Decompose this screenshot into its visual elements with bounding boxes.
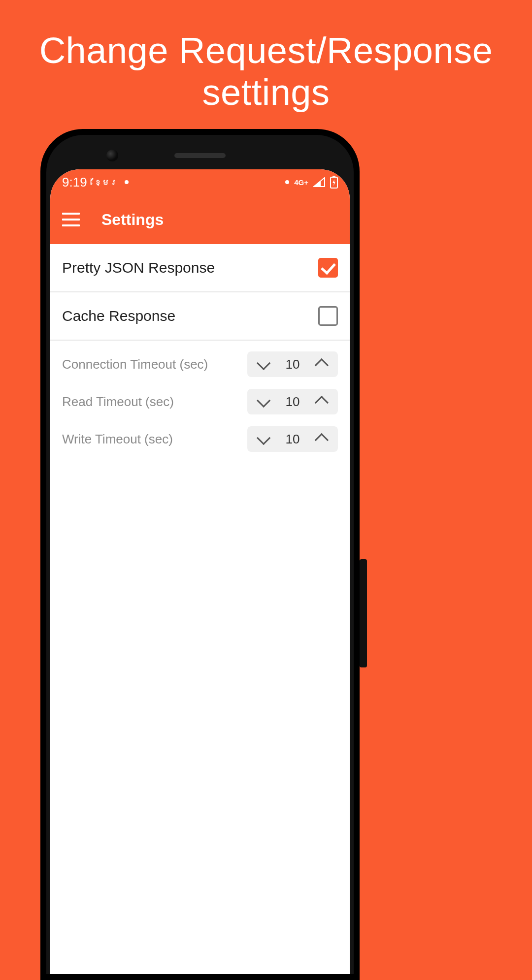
device-frame: 9:19 ខ្មែរ 4G+ [40,129,360,980]
connection-timeout-label: Connection Timeout (sec) [62,357,208,372]
status-dot-icon [285,180,289,184]
connection-timeout-value: 10 [278,357,307,372]
settings-content: Pretty JSON Response Cache Response Conn… [50,244,350,974]
page-title: Settings [101,211,164,229]
battery-icon [330,176,338,189]
timeout-section: Connection Timeout (sec) 10 Read Timeout… [50,341,350,458]
chevron-up-icon [315,396,329,410]
device-inner: 9:19 ខ្មែរ 4G+ [46,135,354,974]
status-clock: 9:19 [62,175,87,190]
promo-headline-line2: settings [202,72,330,113]
app-bar: Settings [50,195,350,244]
status-network-label: 4G+ [294,179,308,186]
chevron-up-icon [315,433,329,447]
device-camera [106,150,118,161]
setting-write-timeout: Write Timeout (sec) 10 [50,420,350,458]
read-timeout-value: 10 [278,394,307,410]
write-timeout-increment[interactable] [307,426,338,452]
setting-connection-timeout: Connection Timeout (sec) 10 [50,346,350,383]
status-left: 9:19 ខ្មែរ [62,175,129,190]
read-timeout-stepper: 10 [247,389,338,414]
status-bar: 9:19 ខ្មែរ 4G+ [50,169,350,195]
screen: 9:19 ខ្មែរ 4G+ [50,169,350,974]
promo-headline: Change Request/Response settings [0,30,532,113]
chevron-down-icon [257,394,270,408]
setting-cache-response-label: Cache Response [62,308,175,324]
checkbox-cache-response[interactable] [318,306,338,326]
write-timeout-decrement[interactable] [247,426,278,452]
device-speaker [174,153,226,158]
chevron-up-icon [315,358,329,372]
checkbox-pretty-json[interactable] [318,258,338,278]
connection-timeout-stepper: 10 [247,351,338,377]
setting-pretty-json-label: Pretty JSON Response [62,259,215,276]
connection-timeout-increment[interactable] [307,351,338,377]
device-power-button [360,422,367,466]
device-volume-button [360,559,367,667]
connection-timeout-decrement[interactable] [247,351,278,377]
status-dot-icon [125,180,129,184]
read-timeout-label: Read Timeout (sec) [62,394,174,410]
promo-headline-line1: Change Request/Response [39,30,493,71]
read-timeout-decrement[interactable] [247,389,278,414]
write-timeout-stepper: 10 [247,426,338,452]
write-timeout-value: 10 [278,432,307,447]
svg-rect-1 [332,176,335,177]
chevron-down-icon [257,431,270,445]
chevron-down-icon [257,356,270,370]
menu-icon[interactable] [62,213,80,226]
setting-cache-response[interactable]: Cache Response [50,292,350,341]
setting-pretty-json[interactable]: Pretty JSON Response [50,244,350,292]
write-timeout-label: Write Timeout (sec) [62,432,173,447]
signal-icon [313,177,325,187]
read-timeout-increment[interactable] [307,389,338,414]
setting-read-timeout: Read Timeout (sec) 10 [50,383,350,420]
status-carrier-badge: ខ្មែរ [94,179,118,186]
status-right: 4G+ [285,176,338,189]
